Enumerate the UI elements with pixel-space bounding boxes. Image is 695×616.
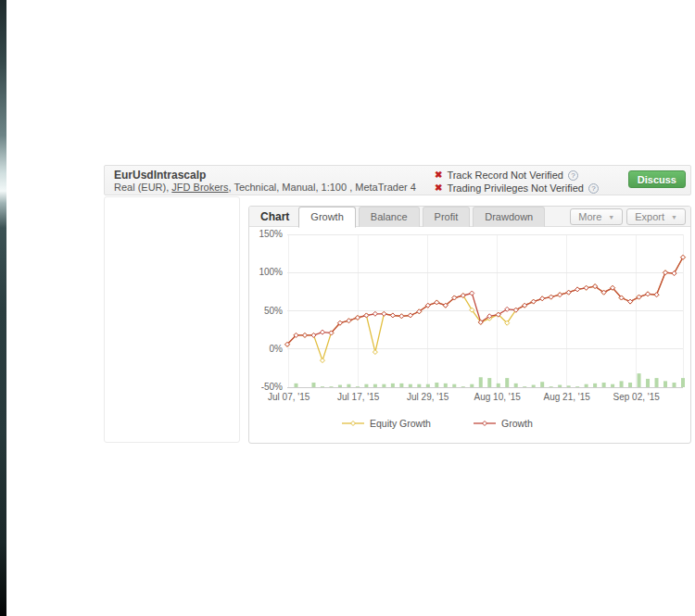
volume-bar	[382, 384, 385, 387]
volume-bar	[417, 384, 421, 387]
volume-bar	[646, 379, 650, 387]
data-point-marker	[382, 311, 386, 316]
chart-widget: Chart GrowthBalanceProfitDrawdown More▼ …	[248, 206, 691, 444]
export-button[interactable]: Export▼	[626, 208, 686, 225]
data-point-marker	[584, 285, 588, 290]
verification-row: ✖Track Record Not Verified?	[435, 169, 599, 182]
volume-bar	[593, 383, 597, 387]
data-point-marker	[558, 293, 562, 297]
window-edge	[0, 0, 6, 616]
help-icon[interactable]: ?	[568, 170, 578, 181]
data-point-marker	[390, 313, 395, 318]
volume-bar	[585, 384, 588, 387]
y-tick-label: 150%	[259, 229, 283, 239]
tab-profit[interactable]: Profit	[423, 207, 471, 227]
volume-bar	[364, 384, 368, 387]
verification-label: Track Record Not Verified	[447, 170, 563, 181]
volume-bar	[426, 384, 430, 387]
data-point-marker	[672, 271, 676, 276]
data-point-marker	[311, 333, 316, 337]
not-verified-x-icon: ✖	[435, 170, 442, 180]
volume-bar	[452, 384, 456, 387]
tab-balance[interactable]: Balance	[359, 207, 420, 227]
legend-growth[interactable]: Growth	[474, 418, 533, 429]
volume-bar	[523, 386, 526, 387]
volume-bar	[663, 381, 667, 387]
data-point-marker	[654, 293, 659, 297]
volume-bar	[329, 386, 333, 387]
data-point-marker	[364, 313, 369, 318]
volume-bar	[620, 381, 624, 387]
subtitle-prefix: Real (EUR),	[114, 182, 171, 193]
data-point-marker	[373, 311, 377, 316]
volume-bar	[373, 384, 377, 387]
volume-bar	[399, 383, 403, 387]
volume-bar	[444, 383, 448, 387]
y-tick-label: 100%	[259, 267, 283, 277]
tab-drawdown[interactable]: Drawdown	[473, 207, 545, 227]
export-label: Export	[635, 211, 664, 222]
verification-row: ✖Trading Privileges Not Verified?	[435, 182, 599, 195]
volume-bar	[356, 386, 360, 387]
volume-bar	[638, 373, 641, 387]
tab-growth[interactable]: Growth	[298, 207, 355, 228]
y-tick-label: 0%	[270, 344, 284, 354]
more-button[interactable]: More▼	[570, 208, 623, 225]
data-point-marker	[549, 295, 553, 299]
volume-bar	[567, 385, 571, 387]
volume-bar	[294, 383, 297, 387]
legend-equity-growth[interactable]: Equity Growth	[342, 418, 431, 429]
data-point-marker	[399, 314, 404, 319]
data-point-marker	[320, 358, 324, 363]
data-point-marker	[628, 299, 633, 304]
volume-bar	[532, 385, 536, 387]
account-header: EurUsdIntrascalp Real (EUR), JFD Brokers…	[104, 165, 691, 195]
volume-bar	[611, 384, 614, 387]
y-tick-label: -50%	[261, 382, 283, 392]
data-point-marker	[663, 270, 668, 275]
volume-bar	[479, 377, 483, 387]
x-tick-label: Jul 29, '15	[407, 392, 449, 402]
chart-tabs: GrowthBalanceProfitDrawdown	[298, 207, 548, 227]
volume-bar	[338, 385, 342, 387]
data-point-marker	[347, 319, 351, 323]
help-icon[interactable]: ?	[588, 183, 599, 194]
legend-label: Equity Growth	[370, 418, 431, 429]
volume-bar	[347, 384, 350, 387]
volume-bar	[655, 378, 659, 387]
volume-bar	[550, 386, 553, 387]
data-point-marker	[470, 291, 474, 295]
chart-toolbar: More▼ Export▼	[570, 208, 686, 225]
discuss-button[interactable]: Discuss	[628, 170, 686, 188]
volume-bar	[311, 383, 315, 387]
widget-title: Chart	[249, 210, 298, 223]
volume-bar	[681, 378, 685, 387]
data-point-marker	[575, 287, 580, 292]
volume-bar	[540, 382, 544, 387]
data-point-marker	[540, 296, 545, 301]
volume-bar	[505, 378, 509, 387]
not-verified-x-icon: ✖	[435, 183, 442, 193]
volume-bar	[435, 383, 438, 387]
volume-bar	[575, 386, 579, 387]
data-point-marker	[531, 299, 536, 304]
volume-bar	[461, 386, 465, 387]
volume-bar	[409, 384, 412, 387]
x-tick-label: Sep 02, '15	[613, 392, 661, 402]
account-subtitle: Real (EUR), JFD Brokers, Technical, Manu…	[114, 182, 416, 194]
verification-label: Trading Privileges Not Verified	[447, 182, 584, 194]
x-tick-label: Jul 07, '15	[268, 392, 310, 402]
data-point-marker	[435, 300, 439, 305]
broker-link[interactable]: JFD Brokers	[171, 182, 228, 193]
subtitle-suffix: , Technical, Manual, 1:100 , MetaTrader …	[228, 182, 415, 193]
data-point-marker	[355, 315, 360, 320]
data-point-marker	[302, 333, 307, 337]
y-tick-label: 50%	[264, 306, 283, 316]
x-tick-label: Aug 21, '15	[544, 392, 591, 402]
page: EurUsdIntrascalp Real (EUR), JFD Brokers…	[0, 0, 695, 616]
volume-bar	[487, 378, 491, 387]
data-point-marker	[408, 313, 412, 318]
data-point-marker	[646, 292, 651, 296]
account-title: EurUsdIntrascalp	[114, 169, 416, 182]
volume-bar	[391, 383, 395, 387]
